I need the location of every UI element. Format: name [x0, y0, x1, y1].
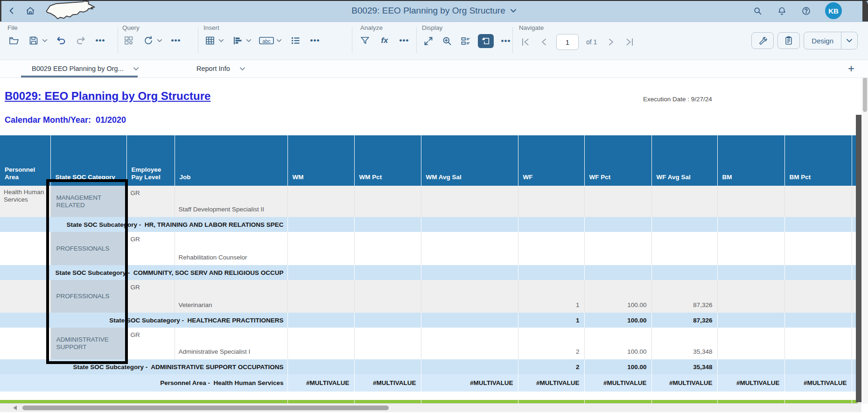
vertical-scrollbar-thumb[interactable] [863, 77, 867, 112]
area-total-label[interactable]: Personnel Area - Health Human Services [0, 374, 287, 392]
subtotal-label[interactable]: State SOC Subcategory - ADMINISTRATIVE S… [0, 359, 287, 374]
cell-wf[interactable] [518, 186, 584, 217]
cell-wf_pct[interactable]: 100.00 [584, 313, 651, 328]
cell-bm_pct[interactable] [784, 280, 852, 313]
last-page-icon[interactable] [623, 35, 636, 49]
cell-wf_pct[interactable] [584, 265, 651, 280]
cell-wm_sal[interactable] [421, 359, 518, 374]
help-icon[interactable] [801, 6, 811, 16]
cell-job[interactable]: Staff Development Specialist II [175, 186, 287, 217]
cell-wm_sal[interactable] [421, 232, 518, 265]
cell-wm_sal[interactable] [421, 186, 518, 217]
cell-pay-level[interactable]: GR [126, 232, 175, 265]
cell-bm_pct[interactable]: #MULTIVALUE [784, 374, 852, 392]
cell-wm[interactable] [287, 313, 354, 328]
cell-wf_sal[interactable] [651, 265, 717, 280]
column-selection-box[interactable] [46, 179, 128, 364]
cell-personnel-area[interactable] [0, 280, 50, 313]
cell-bm_pct[interactable] [784, 232, 852, 265]
settings-wrench-button[interactable] [751, 32, 774, 49]
column-header[interactable]: WM [287, 135, 354, 186]
cell-pay-level[interactable]: GR [126, 280, 175, 313]
cell-wm[interactable] [287, 328, 354, 359]
subtotal-label[interactable]: State SOC Subcategory - HR, TRAINING AND… [0, 217, 287, 232]
open-icon[interactable] [7, 34, 21, 47]
freeze-icon[interactable] [478, 34, 494, 48]
cell-wm_pct[interactable]: #MULTIVALUE [354, 374, 421, 392]
horizontal-scrollbar[interactable] [0, 403, 861, 412]
column-header[interactable]: BM [717, 135, 784, 186]
cell-wf_pct[interactable]: 100.00 [584, 280, 651, 313]
refresh-icon[interactable] [142, 34, 155, 47]
design-dropdown-icon[interactable] [841, 32, 857, 49]
cell-wf_pct[interactable] [584, 232, 651, 265]
filter-icon[interactable] [358, 34, 371, 47]
cell-pay-level[interactable]: GR [126, 328, 175, 359]
cell-wm[interactable]: #MULTIVALUE [287, 374, 354, 392]
first-page-icon[interactable] [519, 35, 532, 49]
cell-wm_pct[interactable] [354, 232, 421, 265]
insert-table-dropdown-icon[interactable] [218, 34, 224, 47]
cell-wm_pct[interactable] [354, 265, 421, 280]
insert-text-icon[interactable]: abc [259, 34, 274, 47]
more-icon[interactable]: ••• [169, 34, 182, 47]
insert-text-dropdown-icon[interactable] [276, 34, 282, 47]
subtotal-label[interactable]: State SOC Subcategory - HEALTHCARE PRACT… [0, 313, 287, 328]
cell-wm_sal[interactable]: #MULTIVALUE [421, 374, 518, 392]
cell-wf_sal[interactable]: #MULTIVALUE [651, 374, 717, 392]
cell-bm[interactable] [717, 280, 784, 313]
subtotal-label[interactable]: State SOC Subcategory - COMMUNITY, SOC S… [0, 265, 287, 280]
column-header[interactable]: BM Pct [784, 135, 852, 186]
column-header[interactable]: WF Avg Sal [651, 135, 717, 186]
cell-wm[interactable] [287, 232, 354, 265]
cell-wf[interactable] [518, 265, 584, 280]
cell-bm[interactable] [717, 232, 784, 265]
cell-wf[interactable] [518, 217, 584, 232]
cell-wm[interactable] [287, 265, 354, 280]
cell-bm[interactable] [717, 359, 784, 374]
previous-page-icon[interactable] [538, 35, 551, 49]
cell-wf_sal[interactable]: 87,326 [651, 313, 717, 328]
cell-bm[interactable] [717, 217, 784, 232]
cell-bm[interactable] [717, 265, 784, 280]
cell-wm_pct[interactable] [354, 359, 421, 374]
design-mode-label[interactable]: Design [804, 32, 841, 49]
cell-wf[interactable] [518, 232, 584, 265]
cell-wm_pct[interactable] [354, 217, 421, 232]
column-header[interactable]: WF Pct [584, 135, 651, 186]
cell-bm_pct[interactable] [784, 217, 852, 232]
cell-wf[interactable]: 2 [518, 359, 584, 374]
cell-wf[interactable]: #MULTIVALUE [518, 374, 584, 392]
user-avatar[interactable]: KB [825, 2, 842, 19]
report-title[interactable]: B0029: EEO Planning by Org Structure [5, 90, 210, 103]
cell-wf_pct[interactable] [584, 217, 651, 232]
insert-chart-dropdown-icon[interactable] [245, 34, 252, 47]
column-header[interactable]: WF [518, 135, 584, 186]
cell-wm[interactable] [287, 217, 354, 232]
cell-wf_sal[interactable]: 87,326 [651, 280, 717, 313]
cell-bm[interactable] [717, 186, 784, 217]
notifications-icon[interactable] [777, 6, 787, 16]
cell-wf_pct[interactable] [584, 186, 651, 217]
cell-bm_pct[interactable] [784, 265, 852, 280]
more-icon[interactable]: ••• [499, 35, 512, 48]
cell-bm_pct[interactable] [784, 359, 852, 374]
more-icon[interactable]: ••• [398, 34, 411, 47]
cell-wf[interactable]: 2 [518, 328, 584, 359]
column-header[interactable]: Personnel Area [0, 135, 50, 186]
insert-table-icon[interactable] [203, 34, 217, 47]
next-page-icon[interactable] [604, 35, 617, 49]
cell-wf_pct[interactable]: #MULTIVALUE [584, 374, 651, 392]
cell-job[interactable]: Veterinarian [175, 280, 287, 313]
cell-wf_sal[interactable] [651, 232, 717, 265]
cell-personnel-area[interactable] [0, 232, 50, 265]
cell-wm_pct[interactable] [354, 186, 421, 217]
cell-wf_sal[interactable] [651, 217, 717, 232]
query-panel-icon[interactable] [122, 34, 135, 47]
cell-wm[interactable] [287, 280, 354, 313]
undo-icon[interactable] [55, 34, 68, 47]
save-dropdown-icon[interactable] [42, 34, 48, 47]
more-icon[interactable]: ••• [308, 34, 322, 47]
more-icon[interactable]: ••• [94, 34, 107, 47]
fullscreen-icon[interactable] [422, 35, 435, 48]
